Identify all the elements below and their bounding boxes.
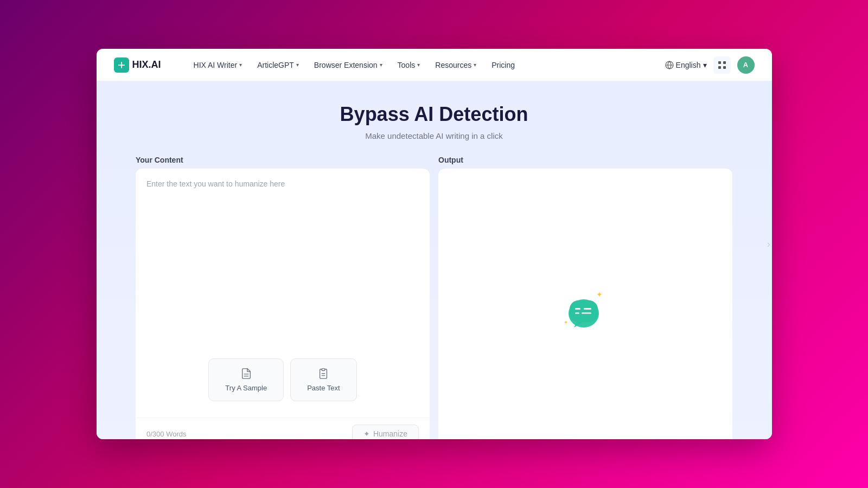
- svg-text:✦: ✦: [564, 319, 568, 325]
- svg-rect-16: [584, 308, 591, 310]
- svg-rect-8: [322, 369, 326, 371]
- svg-rect-15: [575, 308, 580, 310]
- sparkle-icon: ✦: [363, 429, 370, 438]
- svg-rect-17: [575, 312, 579, 314]
- paste-text-button[interactable]: Paste Text: [290, 358, 356, 401]
- chevron-down-icon: ▾: [239, 62, 242, 68]
- word-count: 0/300 Words: [146, 430, 186, 438]
- humanize-button[interactable]: ✦ Humanize: [352, 425, 419, 439]
- nav-item-tools[interactable]: Tools ▾: [391, 57, 427, 73]
- page-subtitle: Make undetectable AI writing in a click: [340, 131, 528, 140]
- svg-rect-2: [718, 61, 721, 64]
- input-panel: Try A Sample Paste Text: [136, 169, 430, 439]
- nav-links: HIX AI Writer ▾ ArticleGPT ▾ Browser Ext…: [187, 57, 665, 73]
- nav-item-hix-ai-writer[interactable]: HIX AI Writer ▾: [187, 57, 249, 73]
- svg-rect-4: [718, 66, 721, 69]
- try-sample-label: Try A Sample: [225, 384, 267, 392]
- nav-item-browser-extension[interactable]: Browser Extension ▾: [308, 57, 389, 73]
- chevron-down-icon: ▾: [417, 62, 420, 68]
- hero-section: Bypass AI Detection Make undetectable AI…: [340, 103, 528, 140]
- main-content: Bypass AI Detection Make undetectable AI…: [97, 81, 772, 439]
- svg-rect-3: [723, 61, 726, 64]
- output-panel: ✦ ✦: [438, 169, 732, 439]
- scroll-arrow[interactable]: ›: [767, 239, 770, 250]
- textarea-wrapper: Try A Sample Paste Text: [136, 169, 430, 418]
- paste-text-label: Paste Text: [307, 384, 340, 392]
- humanize-label: Humanize: [373, 429, 407, 438]
- document-icon: [240, 368, 252, 380]
- logo-text: HIX.AI: [132, 59, 161, 70]
- page-title: Bypass AI Detection: [340, 103, 528, 126]
- svg-text:✦: ✦: [596, 290, 603, 299]
- grid-icon[interactable]: [713, 56, 731, 74]
- bot-icon: ✦ ✦: [561, 287, 610, 331]
- panel-footer: 0/300 Words ✦ Humanize: [136, 418, 430, 439]
- logo-icon: [114, 57, 129, 73]
- language-selector[interactable]: English ▾: [665, 61, 707, 69]
- svg-rect-5: [723, 66, 726, 69]
- chevron-down-icon: ▾: [380, 62, 382, 68]
- nav-item-articlegpt[interactable]: ArticleGPT ▾: [251, 57, 305, 73]
- language-label: English: [676, 61, 701, 69]
- nav-right: English ▾ A: [665, 56, 755, 74]
- clipboard-icon: [317, 368, 329, 380]
- left-panel-label: Your Content: [136, 156, 430, 164]
- globe-icon: [665, 61, 674, 69]
- logo[interactable]: HIX.AI: [114, 57, 161, 73]
- user-avatar[interactable]: A: [737, 56, 755, 74]
- bot-illustration: ✦ ✦: [561, 287, 610, 331]
- nav-item-resources[interactable]: Resources ▾: [429, 57, 483, 73]
- action-buttons: Try A Sample Paste Text: [146, 358, 419, 401]
- svg-rect-18: [582, 312, 591, 314]
- try-sample-button[interactable]: Try A Sample: [208, 358, 284, 401]
- nav-item-pricing[interactable]: Pricing: [485, 57, 521, 73]
- svg-rect-14: [570, 300, 598, 322]
- chevron-down-icon: ▾: [703, 61, 707, 69]
- right-panel-label: Output: [438, 156, 732, 164]
- content-input[interactable]: [146, 179, 419, 353]
- browser-window: HIX.AI HIX AI Writer ▾ ArticleGPT ▾ Brow…: [97, 49, 772, 439]
- navbar: HIX.AI HIX AI Writer ▾ ArticleGPT ▾ Brow…: [97, 49, 772, 81]
- chevron-down-icon: ▾: [296, 62, 299, 68]
- chevron-down-icon: ▾: [474, 62, 476, 68]
